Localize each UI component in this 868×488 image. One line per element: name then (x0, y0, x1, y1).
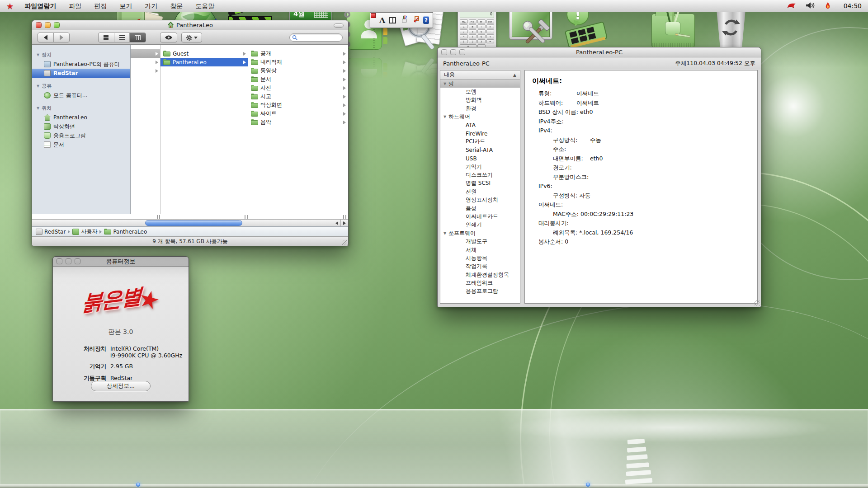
quicklook-button[interactable] (160, 33, 177, 42)
tree-row-하드웨어[interactable]: ▼하드웨어 (440, 113, 520, 121)
resize-grip[interactable] (755, 300, 760, 306)
scroll-right-button[interactable] (340, 220, 348, 226)
menu-item-1[interactable]: 파일 (62, 0, 88, 12)
path-segment-PantheraLeo[interactable]: PantheraLeo (104, 229, 147, 235)
folder-row-음악[interactable]: 음악 (248, 118, 348, 127)
sidebar-item-탁상화면[interactable]: 탁상화면 (32, 122, 130, 131)
forward-button[interactable] (54, 33, 70, 42)
list-view-button[interactable] (114, 33, 130, 42)
tree-row-전원[interactable]: 전원 (440, 188, 520, 196)
tree-row-서체[interactable]: 서체 (440, 246, 520, 254)
close-button[interactable] (36, 22, 42, 28)
clock[interactable]: 04:50 (844, 2, 862, 9)
sidebar-item-응용프로그람[interactable]: 응용프로그람 (32, 131, 130, 140)
column-view-button[interactable] (130, 33, 146, 42)
zoom-button[interactable] (459, 49, 465, 55)
back-button[interactable] (38, 33, 54, 42)
menu-item-0[interactable]: 파일열람기 (18, 0, 62, 12)
folder-row-내리적재[interactable]: 내리적재 (248, 58, 348, 66)
close-button[interactable] (57, 258, 62, 264)
minimize-button[interactable] (66, 258, 71, 264)
zoom-button[interactable] (54, 22, 60, 28)
tree-row-이써네트카드[interactable]: 이써네트카드 (440, 212, 520, 221)
folder-row-PantheraLeo[interactable]: PantheraLeo (160, 58, 248, 66)
minimize-button[interactable] (450, 49, 456, 55)
tree-row-망[interactable]: ▼망 (440, 80, 520, 88)
folder-row-동영상[interactable]: 동영상 (248, 66, 348, 75)
column1-row[interactable] (131, 66, 160, 75)
section-collapse-icon[interactable]: ▼ (37, 106, 39, 110)
toolbar-toggle-pill[interactable] (334, 23, 344, 28)
folder-row-싸이트[interactable]: 싸이트 (248, 109, 348, 118)
menu-item-3[interactable]: 보기 (113, 0, 138, 12)
tree-row-PCI카드[interactable]: PCI카드 (440, 138, 520, 146)
tree-row-USB[interactable]: USB (440, 155, 520, 163)
tree-row-개발도구[interactable]: 개발도구 (440, 237, 520, 245)
column-resize-handle[interactable] (343, 215, 346, 219)
tree-row-작업기록[interactable]: 작업기록 (440, 263, 520, 271)
sidebar-item-문서[interactable]: 문서 (32, 140, 130, 149)
column1-row[interactable] (131, 58, 160, 66)
menu-item-6[interactable]: 도움말 (189, 0, 221, 12)
tree-row-체계환경설정항목[interactable]: 체계환경설정항목 (440, 271, 520, 279)
column1-row[interactable] (131, 49, 160, 58)
info-titlebar[interactable]: 콤퓨터정보 (53, 257, 189, 267)
volume-icon[interactable] (806, 2, 816, 10)
folder-row-서고[interactable]: 서고 (248, 92, 348, 101)
search-input[interactable] (289, 33, 343, 42)
tree-row-방화벽[interactable]: 방화벽 (440, 96, 520, 104)
font-tool-icon[interactable]: A (379, 16, 385, 25)
more-info-button[interactable]: 상세정보... (91, 381, 151, 391)
horizontal-scrollbar[interactable] (32, 219, 348, 226)
tree-row-모뎀[interactable]: 모뎀 (440, 88, 520, 96)
sidebar-item-PantheraLeo-PC의 콤퓨터[interactable]: PantheraLeo-PC의 콤퓨터 (32, 60, 130, 69)
folder-row-탁상화면[interactable]: 탁상화면 (248, 101, 348, 109)
redstar-menu-icon[interactable]: ★ (6, 1, 14, 11)
file-manager-titlebar[interactable]: PantheraLeo (32, 20, 348, 30)
folder-row-문서[interactable]: 문서 (248, 75, 348, 84)
sidebar-item-PantheraLeo[interactable]: PantheraLeo (32, 113, 130, 122)
tree-row-병렬 SCSI[interactable]: 병렬 SCSI (440, 179, 520, 188)
pen-cup-tool-icon[interactable] (400, 15, 409, 25)
tree-row-ATA[interactable]: ATA (440, 121, 520, 129)
collapse-arrow-icon[interactable]: ▼ (442, 231, 448, 235)
section-collapse-icon[interactable]: ▼ (37, 84, 39, 88)
tree-row-인쇄기[interactable]: 인쇄기 (440, 221, 520, 229)
folder-row-사진[interactable]: 사진 (248, 84, 348, 92)
column-resize-handle[interactable] (245, 215, 248, 219)
menu-item-2[interactable]: 편집 (88, 0, 113, 12)
tree-row-쏘프트웨어[interactable]: ▼쏘프트웨어 (440, 229, 520, 237)
palette-close-button[interactable] (371, 13, 376, 18)
list-header[interactable]: 내용 ▲ (440, 70, 520, 80)
menu-item-4[interactable]: 가기 (138, 0, 164, 12)
tree-row-FireWire[interactable]: FireWire (440, 129, 520, 137)
tree-row-시동항목[interactable]: 시동항목 (440, 254, 520, 262)
folder-row-Guest[interactable]: Guest (160, 49, 248, 58)
folder-row-공개[interactable]: 공개 (248, 49, 348, 58)
close-button[interactable] (441, 49, 447, 55)
sidebar-item-모든 콤퓨터...[interactable]: 모든 콤퓨터... (32, 91, 130, 100)
zoom-button[interactable] (75, 258, 80, 264)
spellcheck-tool-icon[interactable]: ✓ (413, 16, 419, 24)
tree-row-환경[interactable]: 환경 (440, 104, 520, 113)
browser-column-2[interactable]: GuestPantheraLeo (160, 45, 248, 214)
path-segment-RedStar[interactable]: RedStar (36, 229, 66, 235)
flame-icon[interactable] (825, 2, 835, 10)
browser-column-1[interactable] (131, 45, 160, 214)
menu-item-5[interactable]: 창문 (164, 0, 189, 12)
scrollbar-thumb[interactable] (145, 220, 242, 226)
path-segment-사용자[interactable]: 사용자 (72, 228, 97, 235)
icon-view-button[interactable] (99, 33, 114, 42)
tree-row-음성[interactable]: 음성 (440, 204, 520, 212)
scroll-left-button[interactable] (333, 220, 340, 226)
columns-tool-icon[interactable] (389, 17, 396, 23)
action-menu-button[interactable] (181, 33, 202, 42)
column-resize-handle[interactable] (157, 215, 160, 219)
collapse-arrow-icon[interactable]: ▼ (442, 82, 448, 86)
tree-row-프레임워크[interactable]: 프레임워크 (440, 279, 520, 287)
resize-grip[interactable] (342, 240, 348, 245)
tree-row-Serial-ATA[interactable]: Serial-ATA (440, 146, 520, 154)
sidebar-item-RedStar[interactable]: RedStar (32, 69, 130, 78)
section-collapse-icon[interactable]: ▼ (37, 53, 39, 57)
profiler-titlebar[interactable]: PantheraLeo-PC (438, 47, 761, 57)
